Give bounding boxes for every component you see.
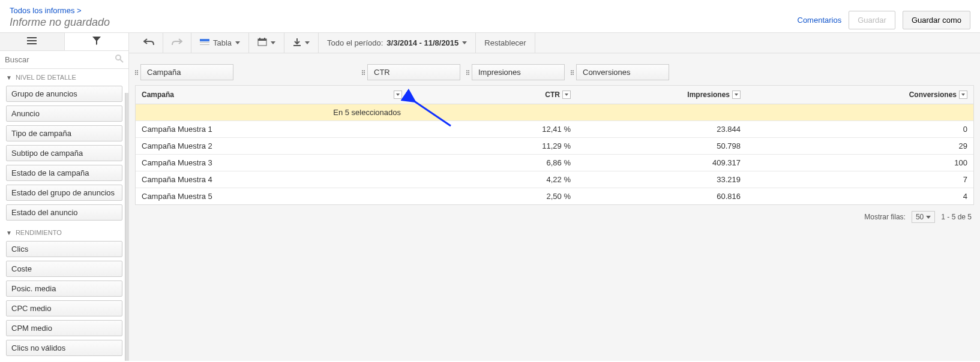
date-range-prefix: Todo el período: [327,38,383,47]
svg-line-4 [120,59,123,62]
col-label: Impresiones [687,90,730,99]
reset-button[interactable]: Restablecer [476,33,535,53]
caret-down-icon: ▼ [6,230,12,236]
cell-conversiones: 0 [747,121,973,137]
group-label: NIVEL DE DETALLE [16,74,76,81]
undo-button[interactable] [135,33,163,53]
table-row[interactable]: Campaña Muestra 1 12,41 % 23.844 0 [136,121,973,138]
table-row[interactable]: Campaña Muestra 5 2,50 % 60.816 4 [136,188,973,204]
svg-rect-2 [27,43,37,44]
cell-impresiones: 409.317 [577,155,747,171]
drag-handle-icon [571,70,574,75]
selection-summary-row: En 5 seleccionados [136,104,973,121]
show-rows-label: Mostrar filas: [864,213,906,221]
svg-rect-1 [27,40,37,41]
cell-ctr: 12,41 % [407,121,577,137]
svg-rect-7 [259,38,260,40]
caret-down-icon [462,41,467,44]
cell-ctr: 6,86 % [407,155,577,171]
download-icon [293,38,301,48]
cell-ctr: 4,22 % [407,171,577,188]
table-row[interactable]: Campaña Muestra 2 11,29 % 50.798 29 [136,138,973,155]
search-input[interactable] [5,55,115,64]
table-icon [200,39,209,47]
field-pill[interactable]: Coste [6,261,122,277]
group-label: RENDIMIENTO [16,229,62,236]
svg-rect-0 [27,37,37,38]
cell-impresiones: 50.798 [577,138,747,154]
cell-ctr: 11,29 % [407,138,577,154]
cell-ctr: 2,50 % [407,188,577,204]
field-pill[interactable]: Clics no válidos [6,340,122,356]
comments-link[interactable]: Comentarios [798,16,842,25]
field-pill[interactable]: Estado del grupo de anuncios [6,185,122,201]
undo-icon [143,38,154,47]
sidebar-tab-filter[interactable] [65,33,129,50]
svg-rect-8 [264,38,265,40]
sidebar-tab-list[interactable] [0,33,65,50]
date-range-selector[interactable]: Todo el período: 3/3/2014 - 11/8/2015 [319,33,476,53]
metric-chip-ctr[interactable]: CTR [367,64,460,80]
col-label: Conversiones [909,90,957,99]
report-table: Campaña CTR Impresiones Conversiones En … [135,85,974,205]
redo-button[interactable] [163,33,191,53]
field-pill[interactable]: CPM medio [6,320,122,336]
field-pill[interactable]: Grupo de anuncios [6,86,122,102]
column-filter-icon[interactable] [732,90,741,99]
column-header-impresiones[interactable]: Impresiones [577,86,747,104]
caret-down-icon [926,216,931,219]
metric-chip-impresiones[interactable]: Impresiones [472,64,565,80]
cell-conversiones: 7 [747,171,973,188]
download-button[interactable] [284,33,319,53]
redo-icon [172,38,182,47]
breadcrumb-link[interactable]: Todos los informes > [10,6,110,15]
toolbar-table-label: Tabla [213,38,232,47]
field-pill[interactable]: Tipo de campaña [6,125,122,141]
cell-conversiones: 100 [747,155,973,171]
cell-impresiones: 23.844 [577,121,747,137]
field-pill[interactable]: Estado de la campaña [6,165,122,181]
date-picker-button[interactable] [249,33,284,53]
rows-per-page-value: 50 [916,213,924,221]
column-filter-icon[interactable] [394,90,402,99]
table-row[interactable]: Campaña Muestra 4 4,22 % 33.219 7 [136,171,973,188]
dimension-drop-zone[interactable]: Campaña [135,64,356,80]
metric-drop-zone[interactable]: CTR [362,64,460,80]
metric-drop-zone[interactable]: Impresiones [466,64,565,80]
caret-down-icon [271,41,275,44]
date-range-value: 3/3/2014 - 11/8/2015 [386,38,458,47]
group-header-performance[interactable]: ▼ RENDIMIENTO [0,224,128,241]
column-header-campana[interactable]: Campaña [136,86,407,104]
dimension-chip-campana[interactable]: Campaña [140,64,233,80]
field-pill[interactable]: Subtipo de campaña [6,145,122,161]
column-filter-icon[interactable] [959,90,967,99]
column-header-conversiones[interactable]: Conversiones [747,86,973,104]
table-row[interactable]: Campaña Muestra 3 6,86 % 409.317 100 [136,155,973,171]
column-filter-icon[interactable] [562,90,571,99]
field-pill[interactable]: Anuncio [6,105,122,122]
drag-handle-icon [466,70,469,75]
sidebar-scrollbar[interactable] [125,93,128,361]
field-pill[interactable]: Estado del anuncio [6,204,122,221]
view-table-button[interactable]: Tabla [191,33,249,53]
field-pill[interactable]: Posic. media [6,280,122,297]
drag-handle-icon [135,70,138,75]
group-header-detail[interactable]: ▼ NIVEL DE DETALLE [0,69,128,86]
rows-per-page-select[interactable]: 50 [912,211,935,223]
cell-campana: Campaña Muestra 1 [136,121,407,137]
page-title: Informe no guardado [10,16,110,29]
metric-drop-zone[interactable]: Conversiones [571,64,669,80]
list-icon [27,37,37,46]
reset-label: Restablecer [484,38,526,47]
column-header-ctr[interactable]: CTR [407,86,577,104]
metric-chip-conversiones[interactable]: Conversiones [576,64,669,80]
save-button[interactable]: Guardar [849,11,895,29]
calendar-icon [257,38,267,48]
cell-conversiones: 4 [747,188,973,204]
field-pill[interactable]: Clics [6,241,122,257]
cell-impresiones: 33.219 [577,171,747,188]
field-pill[interactable]: CPC medio [6,300,122,316]
funnel-icon [92,37,101,47]
cell-campana: Campaña Muestra 3 [136,155,407,171]
save-as-button[interactable]: Guardar como [903,11,970,29]
